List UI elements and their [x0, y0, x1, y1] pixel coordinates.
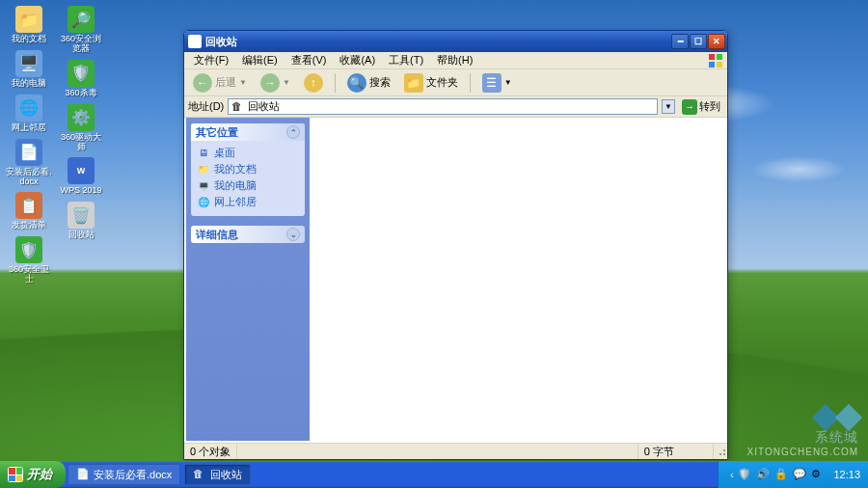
search-icon: 🔍: [347, 73, 366, 93]
menu-file[interactable]: 文件(F): [188, 52, 234, 68]
taskbar-item-label: 安装后必看.docx: [94, 468, 172, 482]
close-button[interactable]: ✕: [708, 34, 725, 49]
recycle-bin-icon: 🗑: [193, 468, 206, 481]
panel-header-details[interactable]: 详细信息 ⌄: [191, 226, 305, 243]
folders-button[interactable]: 📁 文件夹: [399, 71, 463, 95]
address-value: 回收站: [248, 99, 280, 114]
desktop-icon[interactable]: WWPS 2019: [58, 157, 104, 196]
back-icon: ←: [193, 73, 212, 93]
status-size: 0 字节: [637, 444, 714, 459]
content-area[interactable]: [310, 118, 725, 441]
panel-title: 其它位置: [196, 125, 238, 140]
search-button[interactable]: 🔍 搜索: [342, 71, 395, 95]
link-desktop[interactable]: 🖥桌面: [197, 145, 299, 161]
computer-icon: 💻: [197, 179, 210, 193]
folders-icon: 📁: [404, 73, 423, 93]
window-title: 回收站: [205, 35, 671, 49]
tray-icon[interactable]: 🔒: [774, 468, 788, 481]
expand-icon: ⌄: [286, 228, 300, 241]
svg-rect-5: [719, 453, 721, 455]
address-dropdown[interactable]: ▼: [662, 99, 675, 114]
back-button: ← 后退 ▼: [188, 71, 252, 95]
tray-expand-icon[interactable]: ‹: [730, 470, 733, 480]
up-icon: ↑: [304, 73, 323, 93]
taskbar: 开始 📄 安装后必看.docx 🗑 回收站 ‹ 🛡️ 🔊 🔒 💬 ⚙ 12:13: [0, 461, 868, 488]
desktop-icon[interactable]: 🌐网上邻居: [6, 95, 52, 133]
icon-label: WPS 2019: [60, 186, 101, 196]
desktop-icon[interactable]: ⚙️360驱动大师: [58, 104, 104, 152]
tray-icon[interactable]: 🔊: [756, 468, 770, 481]
tray-icon[interactable]: ⚙: [811, 468, 825, 481]
svg-rect-1: [717, 54, 722, 60]
panel-title: 详细信息: [196, 228, 238, 242]
taskbar-item[interactable]: 🗑 回收站: [184, 464, 251, 485]
windows-logo-icon: [8, 467, 23, 482]
taskbar-item-label: 回收站: [210, 468, 242, 482]
desktop-icon[interactable]: 🔎360安全浏览器: [58, 6, 104, 54]
forward-button: → ▼: [256, 71, 295, 95]
icon-label: 360杀毒: [65, 89, 96, 98]
desktop-icon[interactable]: 📄安装后必看.docx: [6, 139, 52, 187]
menubar: 文件(F) 编辑(E) 查看(V) 收藏(A) 工具(T) 帮助(H): [184, 52, 727, 69]
folder-icon: 📁: [197, 163, 210, 176]
icon-label: 360安全浏览器: [58, 35, 104, 54]
icon-label: 360驱动大师: [58, 133, 104, 152]
start-button[interactable]: 开始: [0, 461, 66, 488]
titlebar[interactable]: 🗑 回收站 ━ ☐ ✕: [184, 31, 727, 52]
resize-grip[interactable]: [716, 446, 727, 457]
views-button[interactable]: ☰ ▼: [477, 71, 517, 95]
maximize-button[interactable]: ☐: [690, 34, 707, 49]
menu-edit[interactable]: 编辑(E): [236, 52, 284, 68]
clock[interactable]: 12:13: [833, 469, 860, 480]
link-my-computer[interactable]: 💻我的电脑: [197, 177, 299, 194]
taskbar-item[interactable]: 📄 安装后必看.docx: [68, 464, 180, 485]
windows-flag-icon: [708, 53, 723, 68]
menu-view[interactable]: 查看(V): [285, 52, 333, 68]
link-my-documents[interactable]: 📁我的文档: [197, 161, 299, 177]
address-input[interactable]: 🗑 回收站: [228, 98, 658, 115]
svg-rect-0: [709, 54, 715, 60]
network-icon: 🌐: [197, 196, 210, 209]
go-icon: →: [682, 99, 697, 115]
icon-label: 安装后必看.docx: [6, 168, 52, 187]
recycle-bin-icon: 🗑: [188, 35, 202, 48]
svg-rect-3: [717, 62, 722, 68]
forward-icon: →: [260, 73, 280, 93]
desktop-icon[interactable]: 📋发货清单: [6, 192, 52, 230]
start-label: 开始: [27, 466, 52, 483]
icon-label: 360安全卫士: [6, 265, 52, 285]
svg-rect-2: [709, 62, 715, 68]
menu-help[interactable]: 帮助(H): [431, 52, 478, 68]
desktop-icon[interactable]: 🗑️回收站: [58, 202, 104, 240]
explorer-window: 🗑 回收站 ━ ☐ ✕ 文件(F) 编辑(E) 查看(V) 收藏(A) 工具(T…: [183, 30, 728, 460]
desktop-icon[interactable]: 🛡️360杀毒: [58, 60, 104, 98]
desktop-icon[interactable]: 📁我的文档: [6, 6, 52, 44]
tray-icon[interactable]: 💬: [793, 468, 806, 481]
watermark: 系统城 XITONGCHENG.COM: [747, 408, 858, 457]
icon-label: 发货清单: [12, 221, 46, 230]
up-button[interactable]: ↑: [299, 71, 328, 95]
minimize-button[interactable]: ━: [671, 34, 689, 49]
status-objects: 0 个对象: [184, 444, 237, 459]
menu-favorites[interactable]: 收藏(A): [334, 52, 381, 68]
svg-rect-6: [723, 449, 725, 451]
svg-rect-4: [723, 453, 725, 455]
tray-icon[interactable]: 🛡️: [738, 468, 751, 481]
link-network[interactable]: 🌐网上邻居: [197, 194, 299, 210]
desktop-icon[interactable]: 🛡️360安全卫士: [6, 236, 52, 285]
go-label: 转到: [699, 99, 720, 114]
go-button[interactable]: → 转到: [679, 98, 723, 116]
system-tray[interactable]: ‹ 🛡️ 🔊 🔒 💬 ⚙ 12:13: [718, 461, 868, 488]
recycle-bin-icon: 🗑: [231, 100, 245, 114]
desktop-icon[interactable]: 🖥️我的电脑: [6, 50, 52, 89]
statusbar: 0 个对象 0 字节: [184, 443, 727, 459]
menu-tools[interactable]: 工具(T): [383, 52, 429, 68]
search-label: 搜索: [369, 75, 391, 90]
addressbar: 地址(D) 🗑 回收站 ▼ → 转到: [184, 96, 727, 118]
panel-header-other-places[interactable]: 其它位置 ⌃: [191, 123, 305, 141]
side-panel: 其它位置 ⌃ 🖥桌面 📁我的文档 💻我的电脑 🌐网上邻居 详细信息 ⌄: [186, 118, 310, 441]
collapse-icon: ⌃: [286, 125, 300, 139]
views-icon: ☰: [482, 73, 502, 93]
toolbar: ← 后退 ▼ → ▼ ↑ 🔍 搜索 📁 文件夹 ☰: [184, 69, 727, 96]
icon-label: 回收站: [68, 230, 95, 240]
